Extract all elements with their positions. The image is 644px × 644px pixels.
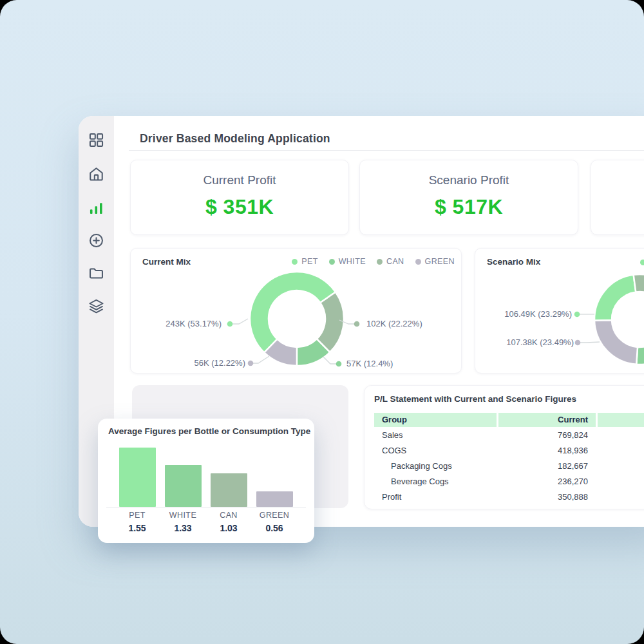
pie-leader-dot	[336, 361, 342, 367]
pie-leader-line	[230, 319, 248, 324]
avg-figures-title: Average Figures per Bottle or Consumptio…	[108, 426, 310, 436]
table-cell-current: 350,888	[498, 489, 588, 505]
bar-pet[interactable]	[119, 448, 156, 507]
plus-circle-icon[interactable]	[88, 232, 105, 249]
kpi-label: Scenario Profit	[360, 173, 578, 187]
table-cell-group: Sales	[382, 428, 403, 443]
kpi-card-clipped	[591, 160, 644, 235]
table-cell-group: COGS	[382, 443, 406, 459]
pie-label-pet: 243K (53.17%)	[131, 319, 222, 329]
bar-chart-icon[interactable]	[88, 199, 105, 216]
pie-leader-dot	[354, 321, 360, 327]
bar-axis-line	[106, 507, 306, 507]
donut-slice-can[interactable]	[634, 274, 644, 322]
pie-leader-dot	[227, 321, 233, 327]
bar-category-label: WHITE	[160, 511, 205, 520]
table-header-current: Current	[498, 413, 596, 427]
table-row[interactable]: COGS418,936	[374, 443, 644, 459]
table-row[interactable]: Profit350,888	[374, 489, 644, 505]
screen-background: Driver Based Modeling Application Curren…	[0, 0, 644, 644]
pl-statement-card: P/L Statement with Current and Scenario …	[364, 385, 644, 509]
table-cell-group: Profit	[382, 489, 401, 505]
bar-white[interactable]	[165, 465, 202, 507]
bar-category-label: GREEN	[252, 511, 297, 520]
current-mix-card: Current Mix PETWHITECANGREEN 243K (53.17…	[130, 248, 462, 374]
scenario-mix-card: Scenario Mix 106.49K (23.29%) 107.38K (2…	[475, 248, 644, 374]
bar-category-label: PET	[115, 511, 160, 520]
pie-label-white: 57K (12.4%)	[346, 359, 393, 369]
donut-slice-green[interactable]	[594, 320, 638, 365]
donut-slice-pet[interactable]	[594, 275, 636, 321]
table-cell-group: Beverage Cogs	[391, 474, 449, 489]
pie-label-scenario-pet: 106.49K (23.29%)	[475, 309, 572, 319]
pie-leader-dot	[575, 340, 581, 346]
home-icon[interactable]	[88, 166, 105, 183]
kpi-value: $ 351K	[131, 195, 348, 219]
table-row[interactable]: Sales769,824	[374, 428, 644, 443]
pie-leader-dot	[248, 361, 254, 366]
kpi-value: $ 517K	[360, 195, 578, 219]
table-row[interactable]: Packaging Cogs182,667	[374, 459, 644, 474]
pie-label-can: 102K (22.22%)	[366, 319, 422, 329]
table-cell-current: 182,667	[498, 459, 588, 474]
table-cell-group: Packaging Cogs	[391, 459, 452, 474]
pl-table-body: Sales769,824COGS418,936Packaging Cogs182…	[374, 428, 644, 505]
table-header-group: Group	[374, 413, 497, 427]
pie-label-green: 56K (12.22%)	[131, 358, 245, 368]
kpi-card-scenario-profit: Scenario Profit $ 517K	[359, 160, 578, 235]
kpi-label: Current Profit	[131, 173, 348, 187]
avg-figures-card: Average Figures per Bottle or Consumptio…	[98, 419, 314, 543]
pie-leader-line	[251, 356, 269, 363]
bar-value-label: 0.56	[252, 523, 297, 533]
pie-leader-dot	[574, 312, 580, 317]
table-header-clipped	[598, 413, 644, 427]
table-row[interactable]: Beverage Cogs236,270	[374, 474, 644, 489]
pie-leader-line	[578, 342, 600, 343]
layers-icon[interactable]	[88, 298, 105, 315]
page-title: Driver Based Modeling Application	[140, 132, 330, 146]
bar-green[interactable]	[256, 491, 293, 507]
table-cell-current: 236,270	[498, 474, 588, 489]
bar-value-label: 1.33	[160, 523, 205, 533]
grid-icon[interactable]	[88, 131, 105, 149]
table-cell-current: 769,824	[498, 428, 588, 443]
bar-value-label: 1.55	[115, 523, 160, 533]
kpi-card-current-profit: Current Profit $ 351K	[130, 160, 349, 235]
pl-statement-title: P/L Statement with Current and Scenario …	[374, 394, 576, 404]
bar-value-label: 1.03	[206, 523, 251, 533]
folder-icon[interactable]	[88, 265, 105, 282]
header-divider	[129, 150, 644, 151]
bar-can[interactable]	[211, 473, 247, 507]
table-cell-current: 418,936	[498, 443, 588, 459]
pie-label-scenario-green: 107.38K (23.49%)	[475, 337, 574, 348]
current-mix-donut-chart[interactable]	[131, 249, 462, 374]
bar-category-label: CAN	[206, 511, 251, 520]
